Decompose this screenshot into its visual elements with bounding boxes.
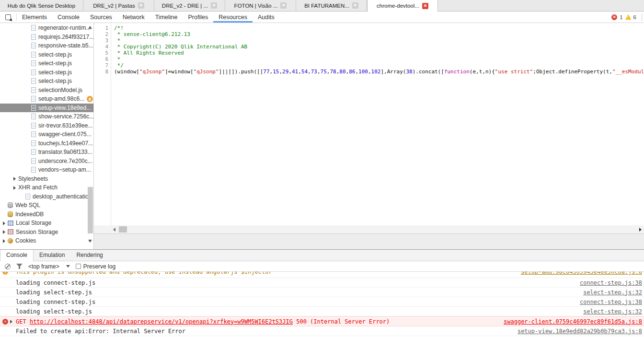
expand-arrow-icon[interactable] (10, 320, 12, 324)
tree-item[interactable]: show-service.7256c... (0, 112, 93, 121)
tab-close-icon[interactable]: ✕ (352, 2, 358, 9)
code-token: * All Rights Reserved (114, 50, 184, 56)
code-token: 77 (263, 69, 269, 75)
source-link[interactable]: select-step.js:32 (574, 289, 642, 296)
tab-console[interactable]: Console (52, 12, 85, 23)
tree-item[interactable]: Cookies (0, 236, 93, 245)
file-icon (31, 123, 36, 128)
tab-sources[interactable]: Sources (85, 12, 117, 23)
code-token: ).concat([ (413, 69, 444, 75)
browser-tab-title: FOTON | Visão ... (234, 3, 278, 9)
panel-bottom-strip (94, 233, 644, 249)
expander-spacer (25, 79, 31, 84)
inspect-element-button[interactable] (0, 12, 16, 23)
tree-item[interactable]: select-step.js (0, 50, 93, 59)
browser-tab[interactable]: BI FATURAMEN...✕ (296, 0, 367, 11)
warning-count-icon[interactable] (625, 14, 631, 20)
tree-item[interactable]: Local Storage (0, 219, 93, 228)
scroll-right-arrow-icon[interactable] (639, 228, 642, 232)
source-link[interactable]: connect-step.js:38 (570, 299, 642, 305)
tree-item[interactable]: sir-trevor.631e39ee... (0, 121, 93, 130)
tab-audits[interactable]: Audits (253, 12, 280, 23)
tree-item[interactable]: responsive-state.b5... (0, 41, 93, 50)
error-count-icon[interactable]: ✕ (611, 14, 617, 20)
tree-item[interactable]: requirejs.264f93217... (0, 33, 93, 42)
tree-item[interactable]: Session Storage (0, 228, 93, 237)
scroll-left-arrow-icon[interactable] (113, 228, 115, 232)
code-line: * (114, 37, 644, 44)
filter-icon[interactable] (16, 264, 23, 269)
warning-count: 6 (633, 14, 636, 20)
file-icon (31, 96, 36, 102)
tab-close-icon[interactable]: ✕ (211, 2, 217, 9)
horizontal-scrollbar[interactable] (94, 225, 644, 233)
tree-item-label: vendors~setup-am... (38, 166, 91, 173)
code-token: "qJsonp" (194, 69, 219, 75)
browser-tab[interactable]: FOTON | Visão ...✕ (225, 0, 296, 11)
browser-tab[interactable]: DRE_v2 | Pastas✕ (83, 0, 154, 11)
tab-timeline[interactable]: Timeline (150, 12, 183, 23)
tree-item[interactable]: touchejs.fc149ee07... (0, 139, 93, 148)
scroll-down-arrow-icon[interactable] (88, 240, 92, 243)
source-link[interactable]: setup-view.18e9edd82a29b0b79ca3.js:8 (508, 328, 642, 335)
tree-item[interactable]: XHR and Fetch (0, 183, 93, 192)
browser-tab[interactable]: Hub do Qlik Sense Desktop (0, 0, 83, 11)
code-token: (e,t,n){ (470, 69, 495, 75)
clear-console-icon[interactable] (5, 264, 11, 269)
tree-item[interactable]: desktop_authentication (0, 192, 93, 201)
tree-item[interactable]: IndexedDB (0, 210, 93, 219)
tree-item[interactable]: underscore.7e200c... (0, 157, 93, 166)
tree-item[interactable]: setup-amd.98c6...6 (0, 94, 93, 104)
tree-item[interactable]: vendors~setup-am... (0, 165, 93, 174)
devtools-toolbar: ElementsConsoleSourcesNetworkTimelinePro… (0, 12, 644, 23)
console-message-row: loading connect-step.jsconnect-step.js:3… (0, 278, 644, 288)
tree-item[interactable]: Stylesheets (0, 174, 93, 184)
tab-profiles[interactable]: Profiles (183, 12, 213, 23)
console-message: !This plugin is unsupported and deprecat… (0, 272, 642, 277)
message-text: GET http://localhost:4848/api/dataprepse… (16, 318, 390, 325)
tab-close-icon[interactable]: ✕ (280, 2, 287, 9)
tree-item[interactable]: select-step.js (0, 59, 93, 68)
code-line: /*! (114, 25, 644, 31)
scroll-up-arrow-icon[interactable] (88, 26, 92, 29)
preserve-log-toggle[interactable]: Preserve log (76, 263, 115, 270)
horizontal-scrollbar-thumb[interactable] (119, 226, 127, 232)
tab-elements[interactable]: Elements (17, 12, 52, 23)
tree-item[interactable]: regenerator-runtim... (0, 23, 93, 33)
console-message-row: loading connect-step.jsconnect-step.js:3… (0, 297, 644, 307)
preserve-log-checkbox[interactable] (76, 264, 81, 269)
console-message-row: loading select-step.jsselect-step.js:32 (0, 307, 644, 316)
expander-spacer (25, 52, 31, 57)
tree-item[interactable]: setup-view.18e9ed... (0, 104, 93, 113)
drawer-tab-rendering[interactable]: Rendering (70, 250, 108, 261)
request-url-link[interactable]: http://localhost:4848/api/dataprepservic… (30, 318, 293, 325)
frame-selector[interactable]: <top frame> (28, 263, 70, 270)
file-icon (31, 43, 36, 48)
sidebar-scrollbar-thumb[interactable] (88, 187, 93, 233)
drawer-tab-console[interactable]: Console (0, 250, 34, 261)
tree-item[interactable]: translator.9a06f133... (0, 148, 93, 157)
tree-item[interactable]: selectionModel.js (0, 86, 93, 95)
tree-item[interactable]: Web SQL (0, 201, 93, 210)
tab-close-icon[interactable]: ✕ (422, 3, 428, 9)
source-link[interactable]: setup-amd.98c64303945e4ee50c6a.js:8 (511, 272, 642, 275)
console-drawer: ConsoleEmulationRendering <top frame> Pr… (0, 249, 644, 337)
tab-network[interactable]: Network (117, 12, 150, 23)
tab-close-icon[interactable]: ✕ (138, 2, 144, 9)
code-token: ]||[]).push([[ (219, 69, 264, 75)
file-icon (31, 114, 36, 119)
expand-arrow-icon (2, 238, 7, 244)
source-link[interactable]: connect-step.js:38 (570, 279, 642, 286)
code-token: ],Array( (380, 69, 406, 75)
tree-item[interactable]: swagger-client.075... (0, 130, 93, 139)
tree-item[interactable]: select-step.js (0, 77, 93, 86)
source-link[interactable]: swagger-client.0759c46997ec89f61d5a.js:8 (494, 318, 642, 325)
drawer-tab-emulation[interactable]: Emulation (34, 250, 70, 261)
tree-item-label: requirejs.264f93217... (38, 34, 93, 40)
tree-item[interactable]: select-step.js (0, 68, 93, 77)
browser-tab[interactable]: DRE_v2 - DRE | ...✕ (154, 0, 225, 11)
panel-tabs: ElementsConsoleSourcesNetworkTimelinePro… (17, 12, 280, 23)
tab-resources[interactable]: Resources (213, 12, 253, 23)
browser-tab[interactable]: chrome-devtool...✕ (367, 0, 438, 12)
source-link[interactable]: select-step.js:32 (574, 308, 642, 315)
